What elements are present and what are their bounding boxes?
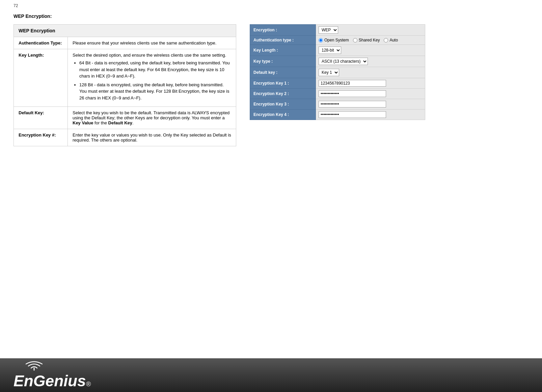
auth-type-label: Authentication Type: [14,37,68,49]
enc-key1-form-row: Encryption Key 1 : [250,78,425,89]
enc-key-content: Enter the key value or values you wish t… [68,129,236,146]
default-key-label: Default Key: [14,107,68,129]
wep-settings-table: Encryption : WEP Authentication type : [250,24,425,120]
key-length-select[interactable]: 128-bit 64-bit [319,47,341,54]
wep-form-panel: Encryption : WEP Authentication type : [250,24,425,120]
encryption-value-cell: WEP [316,25,425,36]
key-length-content: Select the desired option, and ensure th… [68,49,236,107]
key-length-list: 64 Bit - data is encrypted, using the de… [79,60,231,101]
enc-key-row: Encryption Key #: Enter the key value or… [14,129,236,146]
auth-shared-key-radio[interactable] [353,38,357,42]
enc-key-label: Encryption Key #: [14,129,68,146]
key-type-form-row: Key type : ASCII (13 characters) HEX (26… [250,56,425,67]
logo-en-text: En [13,372,33,390]
logo-text-wrapper: EnGenius® [13,372,91,390]
enc-key2-form-label: Encryption Key 2 : [250,89,316,99]
auth-type-row: Authentication Type: Please ensure that … [14,37,236,49]
auth-type-content: Please ensure that your wireless clients… [68,37,236,49]
auth-open-system-label[interactable]: Open System [319,38,349,42]
key-type-form-label: Key type : [250,56,316,67]
default-key-row: Default Key: Select the key you wish to … [14,107,236,129]
auth-auto-label[interactable]: Auto [384,38,398,42]
auth-auto-radio[interactable] [384,38,388,42]
engenius-logo: EnGenius® [13,361,91,390]
default-key-form-label: Default key : [250,67,316,78]
auth-shared-key-text: Shared Key [359,38,380,42]
auth-shared-key-label[interactable]: Shared Key [353,38,380,42]
auth-type-form-label: Authentication type : [250,36,316,45]
default-key-form-value: Key 1 Key 2 Key 3 Key 4 [316,67,425,78]
auth-type-form-options: Open System Shared Key Auto [316,36,425,45]
enc-key1-form-label: Encryption Key 1 : [250,78,316,89]
enc-key3-form-value [316,99,425,110]
logo-registered-icon: ® [86,380,91,388]
enc-key3-form-row: Encryption Key 3 : [250,99,425,110]
encryption-label-cell: Encryption : [250,25,316,36]
enc-key3-form-label: Encryption Key 3 : [250,99,316,110]
wep-doc-table: WEP Encryption Authentication Type: Plea… [13,24,236,146]
default-key-form-row: Default key : Key 1 Key 2 Key 3 Key 4 [250,67,425,78]
table-header-row: WEP Encryption [14,25,236,37]
page-number: 72 [13,3,18,8]
key-type-select[interactable]: ASCII (13 characters) HEX (26 characters… [319,58,368,65]
key-length-form-value: 128-bit 64-bit [316,45,425,56]
enc-key4-form-row: Encryption Key 4 : [250,110,425,120]
enc-key2-form-row: Encryption Key 2 : [250,89,425,99]
key-length-form-row: Key Length : 128-bit 64-bit [250,45,425,56]
encryption-row: Encryption : WEP [250,25,425,36]
auth-radio-group: Open System Shared Key Auto [319,38,422,42]
encryption-select[interactable]: WEP [319,26,338,34]
auth-type-form-row: Authentication type : Open System Shared… [250,36,425,45]
enc-key1-input[interactable] [319,80,386,87]
enc-key4-input[interactable] [319,111,386,118]
key-type-form-value: ASCII (13 characters) HEX (26 characters… [316,56,425,67]
list-item: 64 Bit - data is encrypted, using the de… [79,60,231,80]
default-key-select[interactable]: Key 1 Key 2 Key 3 Key 4 [319,69,339,76]
list-item: 128 Bit - data is encrypted, using the d… [79,82,231,101]
section-title: WEP Encryption: [13,13,529,19]
enc-key2-input[interactable] [319,90,386,97]
footer: EnGenius® [0,358,542,392]
auth-open-system-text: Open System [324,38,349,42]
enc-key3-input[interactable] [319,101,386,108]
enc-key4-form-value [316,110,425,120]
table-header-cell: WEP Encryption [14,25,236,37]
auth-open-system-radio[interactable] [319,38,323,42]
enc-key4-form-label: Encryption Key 4 : [250,110,316,120]
key-length-form-label: Key Length : [250,45,316,56]
content-wrapper: WEP Encryption Authentication Type: Plea… [13,24,529,146]
main-content: WEP Encryption: WEP Encryption Authentic… [13,13,529,146]
enc-key2-form-value [316,89,425,99]
wifi-icon [26,361,43,373]
auth-auto-text: Auto [389,38,398,42]
logo-genius-text: Genius [33,372,86,390]
key-length-row: Key Length: Select the desired option, a… [14,49,236,107]
default-key-content: Select the key you wish to be the defaul… [68,107,236,129]
enc-key1-form-value [316,78,425,89]
key-length-label: Key Length: [14,49,68,107]
